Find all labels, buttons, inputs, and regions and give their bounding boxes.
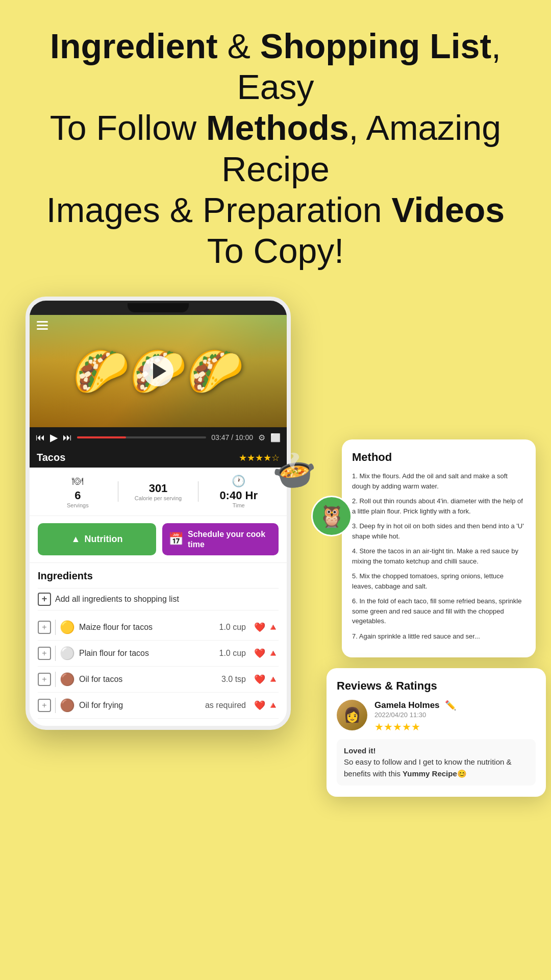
- reviewer-date: 2022/04/20 11:30: [374, 711, 456, 719]
- play-button[interactable]: [143, 356, 173, 386]
- ingredient-row[interactable]: + 🟡 Maize flour for tacos 1.0 cup ❤️ 🔺: [38, 615, 279, 641]
- servings-stat: 🍽 6 Servings: [38, 475, 118, 508]
- ingredient-row[interactable]: + 🟤 Oil for frying as required ❤️ 🔺: [38, 693, 279, 719]
- ingredient-actions: ❤️ 🔺: [254, 700, 279, 711]
- headline-ingredient: Ingredient: [50, 27, 218, 65]
- method-steps: 1. Mix the flours. Add the oil and salt …: [352, 471, 525, 641]
- owl-mascot: 🦉: [311, 496, 352, 536]
- hamburger-icon[interactable]: [37, 321, 48, 330]
- nutrition-icon-small[interactable]: 🔺: [267, 674, 279, 685]
- ingredient-divider: [55, 672, 56, 687]
- ingredient-actions: ❤️ 🔺: [254, 674, 279, 685]
- add-all-row[interactable]: + Add all ingredients to shopping list: [38, 588, 279, 610]
- edit-icon[interactable]: ✏️: [445, 700, 456, 711]
- schedule-button[interactable]: 📅 Schedule your cook time: [162, 523, 279, 555]
- ingredient-actions: ❤️ 🔺: [254, 648, 279, 659]
- phone-notch: [128, 303, 189, 312]
- reviewer-info: Gamela Holmes ✏️ 2022/04/20 11:30 ★★★★★: [374, 700, 456, 733]
- ingredient-list: + 🟡 Maize flour for tacos 1.0 cup ❤️ 🔺 +…: [38, 615, 279, 719]
- ingredient-divider: [55, 646, 56, 661]
- nutrition-button[interactable]: ▲ Nutrition: [38, 523, 156, 555]
- favorite-icon[interactable]: ❤️: [254, 622, 265, 633]
- servings-value: 6: [74, 489, 81, 502]
- video-progress-bar[interactable]: [77, 436, 206, 438]
- nutrition-icon: ▲: [71, 534, 81, 545]
- servings-label: Servings: [67, 502, 89, 508]
- ingredient-name: Plain flour for tacos: [79, 649, 215, 658]
- nutrition-label: Nutrition: [84, 534, 122, 545]
- reviews-card: Reviews & Ratings 👩 Gamela Holmes ✏️ 202…: [327, 668, 546, 797]
- owl-circle: 🦉: [311, 496, 352, 536]
- method-step: 6. In the fold of each taco, fill some r…: [352, 596, 525, 626]
- fullscreen-icon[interactable]: ⬜: [270, 433, 281, 443]
- pause-button[interactable]: ▶: [50, 431, 58, 444]
- time-value: 0:40 Hr: [219, 489, 258, 502]
- ingredient-icon: 🟡: [60, 620, 75, 634]
- ingredient-add-icon[interactable]: +: [38, 621, 51, 634]
- reviewer-row: 👩 Gamela Holmes ✏️ 2022/04/20 11:30 ★★★★…: [337, 700, 536, 733]
- yummy-recipe-bold: Yummy Recipe: [403, 769, 457, 778]
- pot-illustration: 🍲: [269, 446, 320, 495]
- loved-it: Loved it!: [344, 746, 376, 755]
- ingredient-actions: ❤️ 🔺: [254, 622, 279, 633]
- nutrition-icon-small[interactable]: 🔺: [267, 700, 279, 711]
- ingredient-qty: 3.0 tsp: [221, 675, 246, 684]
- stats-row: 🍽 6 Servings 301 Calorie per serving 🕐 0…: [30, 468, 287, 516]
- time-stat: 🕐 0:40 Hr Time: [198, 475, 279, 508]
- ingredient-qty: 1.0 cup: [219, 623, 246, 632]
- schedule-label: Schedule your cook time: [188, 529, 272, 549]
- bottom-section: Connect With Us & Join The Foodie Commun…: [0, 960, 551, 980]
- ingredient-add-icon[interactable]: +: [38, 647, 51, 660]
- recipe-title-bar: Tacos ★★★★☆: [30, 448, 287, 468]
- method-step: 5. Mix the chopped tomatoes, spring onio…: [352, 571, 525, 591]
- review-text: Loved it!So easy to follow and I get to …: [337, 739, 536, 786]
- method-title: Method: [352, 451, 525, 464]
- servings-icon: 🍽: [72, 475, 83, 488]
- forward-button[interactable]: ⏭: [63, 432, 72, 443]
- main-content: 🌮🌮🌮 ⏮ ▶ ⏭ 03:47 / 10:00: [0, 297, 551, 960]
- method-step: 2. Roll out thin rounds about 4'in. diam…: [352, 496, 525, 516]
- ingredient-add-icon[interactable]: +: [38, 699, 51, 712]
- ingredient-name: Oil for frying: [79, 701, 201, 710]
- ingredient-name: Maize flour for tacos: [79, 623, 215, 632]
- ingredients-section: Ingredients + Add all ingredients to sho…: [30, 563, 287, 726]
- ingredient-row[interactable]: + 🟤 Oil for tacos 3.0 tsp ❤️ 🔺: [38, 667, 279, 693]
- nutrition-icon-small[interactable]: 🔺: [267, 622, 279, 633]
- ingredients-title: Ingredients: [38, 570, 279, 582]
- ingredient-icon: 🟤: [60, 672, 75, 687]
- nutrition-icon-small[interactable]: 🔺: [267, 648, 279, 659]
- reviewer-avatar: 👩: [337, 700, 367, 730]
- reviews-title: Reviews & Ratings: [337, 679, 536, 693]
- ingredient-name: Oil for tacos: [79, 675, 217, 684]
- calendar-icon: 📅: [168, 532, 184, 547]
- method-step: 7. Again sprinkle a little red sauce and…: [352, 631, 525, 642]
- method-card: Method 1. Mix the flours. Add the oil an…: [342, 439, 536, 657]
- rewind-button[interactable]: ⏮: [36, 432, 45, 443]
- headline: Ingredient & Shopping List, Easy To Foll…: [31, 26, 520, 271]
- phone-top-bar: [30, 301, 287, 315]
- ingredient-divider: [55, 620, 56, 635]
- action-buttons: ▲ Nutrition 📅 Schedule your cook time: [30, 516, 287, 562]
- settings-icon[interactable]: ⚙: [258, 433, 265, 443]
- ingredient-qty: as required: [205, 701, 246, 710]
- owl-icon: 🦉: [318, 504, 345, 529]
- phone-mockup: 🌮🌮🌮 ⏮ ▶ ⏭ 03:47 / 10:00: [26, 297, 291, 729]
- favorite-icon[interactable]: ❤️: [254, 648, 265, 659]
- video-controls: ⏮ ▶ ⏭ 03:47 / 10:00 ⚙ ⬜: [30, 427, 287, 448]
- add-all-label: Add all ingredients to shopping list: [55, 595, 179, 604]
- ingredient-row[interactable]: + ⚪ Plain flour for tacos 1.0 cup ❤️ 🔺: [38, 641, 279, 667]
- video-area[interactable]: 🌮🌮🌮: [30, 315, 287, 427]
- recipe-name: Tacos: [37, 452, 65, 463]
- ingredient-add-icon[interactable]: +: [38, 673, 51, 686]
- header-section: Ingredient & Shopping List, Easy To Foll…: [0, 0, 551, 286]
- favorite-icon[interactable]: ❤️: [254, 674, 265, 685]
- ingredient-icon: ⚪: [60, 646, 75, 660]
- review-text-content: Loved it!So easy to follow and I get to …: [344, 746, 512, 778]
- favorite-icon[interactable]: ❤️: [254, 700, 265, 711]
- pot-icon: 🍲: [269, 447, 319, 494]
- reviewer-stars: ★★★★★: [374, 721, 456, 733]
- add-all-icon: +: [38, 593, 51, 606]
- method-step: 3. Deep fry in hot oil on both sides and…: [352, 521, 525, 541]
- method-step: 4. Store the tacos in an air-tight tin. …: [352, 546, 525, 566]
- video-progress-fill: [77, 436, 126, 438]
